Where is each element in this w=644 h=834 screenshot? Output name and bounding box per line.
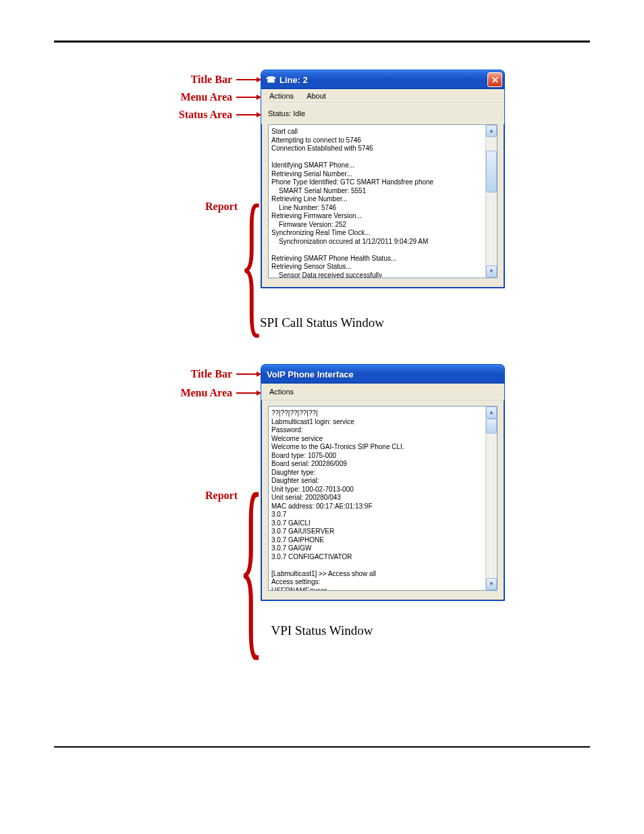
figure-caption: SPI Call Status Window — [54, 315, 590, 330]
scroll-track[interactable] — [486, 419, 497, 578]
menu-bar: Actions — [261, 384, 504, 400]
scroll-up-button[interactable]: ▲ — [486, 407, 497, 419]
brace-icon: { — [239, 494, 263, 635]
scroll-thumb[interactable] — [486, 151, 497, 192]
scroll-up-button[interactable]: ▲ — [486, 125, 497, 137]
scrollbar[interactable]: ▲ ▼ — [485, 125, 497, 278]
menu-about[interactable]: About — [301, 90, 331, 101]
scroll-down-button[interactable]: ▼ — [486, 578, 497, 590]
brace-icon: { — [240, 205, 263, 318]
window-title: VoIP Phone Interface — [267, 369, 502, 380]
menu-bar: Actions About — [261, 89, 504, 103]
label-status-area: Status Area — [179, 109, 232, 121]
figure-caption: VPI Status Window — [54, 623, 590, 638]
menu-actions[interactable]: Actions — [264, 90, 299, 101]
arrow-icon — [236, 114, 261, 115]
scroll-down-button[interactable]: ▼ — [486, 265, 497, 278]
label-title-bar: Title Bar — [191, 74, 232, 86]
scroll-track[interactable] — [486, 137, 497, 265]
arrow-icon — [236, 97, 261, 98]
label-menu-area: Menu Area — [180, 387, 232, 399]
arrow-icon — [236, 392, 261, 394]
status-area: Status: Idle — [261, 103, 504, 124]
label-title-bar: Title Bar — [191, 368, 232, 380]
menu-actions[interactable]: Actions — [264, 386, 299, 397]
spi-window: ☎ Line: 2 ✕ Actions About Status: Idle S… — [261, 70, 505, 288]
arrow-icon — [236, 373, 261, 375]
figure-vpi: Title Bar Menu Area { Report VoIP Phone … — [54, 364, 590, 638]
report-textbox[interactable]: ??|??|??|??|??| Labmulticast1 login: ser… — [268, 406, 498, 591]
page-bottom-rule — [54, 746, 590, 748]
label-report: Report — [205, 490, 238, 502]
arrow-icon — [236, 79, 261, 80]
report-content: ??|??|??|??|??| Labmulticast1 login: ser… — [269, 407, 485, 590]
scrollbar[interactable]: ▲ ▼ — [485, 407, 497, 590]
close-button[interactable]: ✕ — [487, 72, 502, 87]
vpi-window: VoIP Phone Interface Actions ??|??|??|??… — [261, 364, 505, 601]
figure-spi: Title Bar Menu Area Status Area { Report… — [54, 70, 590, 330]
label-menu-area: Menu Area — [180, 91, 232, 103]
scroll-thumb[interactable] — [486, 419, 497, 434]
page-top-rule — [54, 41, 590, 43]
phone-icon: ☎ — [265, 74, 276, 85]
window-title: Line: 2 — [279, 75, 487, 85]
label-report: Report — [205, 201, 238, 213]
window-titlebar[interactable]: ☎ Line: 2 ✕ — [261, 70, 504, 89]
report-content: Start call Attempting to connect to 5746… — [269, 125, 485, 278]
report-textbox[interactable]: Start call Attempting to connect to 5746… — [268, 124, 498, 278]
window-titlebar[interactable]: VoIP Phone Interface — [261, 365, 504, 384]
close-icon: ✕ — [491, 75, 499, 85]
